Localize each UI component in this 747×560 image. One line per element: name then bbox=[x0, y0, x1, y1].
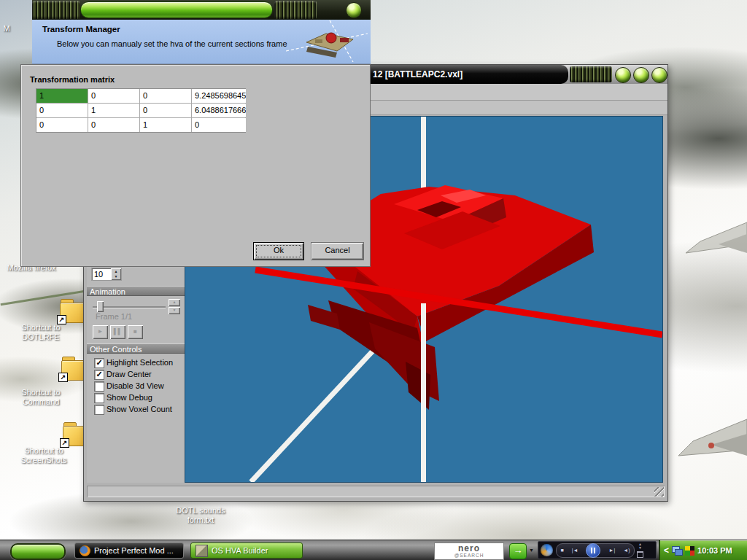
checkbox-draw-center[interactable]: ✓ Draw Center bbox=[94, 370, 185, 380]
color-grid-tray-icon[interactable] bbox=[685, 546, 694, 556]
matrix-cell[interactable]: 0 bbox=[36, 104, 88, 117]
desktop-icon-screenshots-label[interactable]: Shortcut to ScreenShots bbox=[7, 446, 80, 465]
desktop-icon-command-label[interactable]: Shortcut to Command bbox=[6, 388, 76, 407]
checkbox-icon[interactable] bbox=[94, 381, 104, 392]
matrix-label: Transformation matrix bbox=[30, 75, 115, 84]
tank-preview-image bbox=[286, 20, 368, 62]
media-stop-button[interactable]: ■ bbox=[561, 545, 564, 556]
desktop: M Mozilla firefox ↗ Shortcut to DOTLRFE … bbox=[0, 0, 747, 560]
matrix-cell[interactable]: 1 bbox=[88, 104, 139, 117]
axis-vertical-white-bottom bbox=[421, 303, 426, 482]
matrix-cell[interactable]: 0 bbox=[88, 89, 139, 103]
titlebar-stripes bbox=[274, 1, 317, 19]
hva-builder-icon bbox=[196, 545, 208, 557]
matrix-cell[interactable]: 0 bbox=[140, 104, 191, 117]
titlebar-stripes bbox=[32, 1, 80, 19]
wallpaper-jet-bottom bbox=[667, 405, 747, 478]
status-bar bbox=[87, 486, 665, 497]
ok-button[interactable]: Ok bbox=[253, 242, 304, 260]
start-button[interactable] bbox=[10, 543, 66, 560]
desktop-icon-dotlrfe-label[interactable]: Shortcut to DOTLRFE bbox=[6, 323, 76, 342]
media-controls: ■ |◄ ►| ◄) bbox=[556, 543, 635, 558]
animation-section-header: Animation bbox=[87, 286, 185, 296]
close-button[interactable] bbox=[651, 67, 667, 83]
dialog-body: Transformation matrix 1 0 0 9.2485698645… bbox=[20, 64, 371, 267]
matrix-cell[interactable]: 1 bbox=[36, 89, 88, 103]
close-button[interactable] bbox=[346, 2, 362, 18]
spin-down-icon[interactable]: ▼ bbox=[115, 274, 118, 279]
matrix-cell[interactable]: 9.2485698645 bbox=[192, 89, 246, 103]
matrix-cell[interactable]: 0 bbox=[88, 118, 139, 132]
toolbar-down-icon[interactable]: ▼ bbox=[638, 546, 642, 550]
frame-down-button[interactable]: ▼ bbox=[169, 307, 180, 314]
checkbox-highlight-selection[interactable]: ✓ Highlight Selection bbox=[94, 358, 185, 368]
matrix-cell[interactable]: 0 bbox=[36, 118, 88, 132]
checkbox-show-voxel-count[interactable]: Show Voxel Count bbox=[94, 405, 185, 415]
matrix-cell[interactable]: 1 bbox=[140, 118, 191, 132]
frame-slider-track[interactable] bbox=[93, 306, 166, 308]
wallpaper-jet-top bbox=[678, 215, 747, 273]
maximize-button[interactable] bbox=[633, 67, 649, 83]
shortcut-arrow-icon: ↗ bbox=[58, 373, 68, 382]
play-button[interactable]: ► bbox=[93, 325, 108, 339]
pause-button[interactable]: ▌▌ bbox=[110, 325, 125, 339]
matrix-cell[interactable]: 6.0488617666 bbox=[192, 104, 246, 117]
minimize-button[interactable] bbox=[615, 67, 631, 83]
checkbox-disable-3d-view[interactable]: Disable 3d View bbox=[94, 381, 185, 392]
other-controls-section-header: Other Controls bbox=[87, 343, 185, 354]
checkbox-icon[interactable] bbox=[94, 393, 104, 403]
desktop-icon-dotlrfe[interactable]: ↗ bbox=[60, 303, 86, 322]
taskbar-task-project-perfect-mod[interactable]: Project Perfect Mod ... bbox=[74, 542, 184, 559]
dialog-titlebar[interactable] bbox=[32, 0, 371, 20]
titlebar-stripes bbox=[570, 66, 612, 82]
matrix-cell[interactable]: 0 bbox=[192, 118, 246, 132]
transformation-matrix-grid: 1 0 0 9.2485698645 0 1 0 6.0488617666 0 … bbox=[36, 88, 246, 133]
taskbar: Project Perfect Mod ... OS HVA Builder n… bbox=[0, 540, 747, 560]
spinner-value: 10 bbox=[94, 270, 103, 279]
scale-spinner[interactable]: 10 ▲ ▼ bbox=[91, 268, 122, 281]
cancel-button[interactable]: Cancel bbox=[311, 242, 364, 260]
system-tray: < 10:03 PM bbox=[659, 540, 747, 560]
dialog-header: Transform Manager Below you can manualy … bbox=[32, 20, 371, 64]
checkbox-icon[interactable]: ✓ bbox=[94, 370, 104, 380]
restore-window-icon[interactable] bbox=[637, 551, 643, 558]
dialog-title: Transform Manager bbox=[42, 25, 120, 34]
resize-grip-icon[interactable] bbox=[654, 487, 664, 497]
frame-slider-thumb[interactable] bbox=[97, 301, 104, 312]
media-toolbar-controls: ▲ ▼ bbox=[637, 542, 643, 558]
search-dropdown-icon[interactable]: ▼ bbox=[529, 548, 534, 553]
taskbar-task-os-hva-builder[interactable]: OS HVA Builder bbox=[190, 542, 303, 559]
titlebar-pill bbox=[80, 1, 273, 18]
network-tray-icon[interactable] bbox=[672, 546, 682, 555]
checkbox-icon[interactable] bbox=[94, 405, 104, 415]
frame-up-button[interactable]: ▲ bbox=[169, 299, 180, 306]
taskbar-clock: 10:03 PM bbox=[697, 546, 732, 555]
matrix-cell[interactable]: 0 bbox=[140, 89, 191, 103]
search-go-button[interactable]: → bbox=[509, 543, 527, 559]
partial-icon-label: M bbox=[1, 24, 12, 34]
media-player-toolbar: ■ |◄ ►| ◄) ▲ ▼ bbox=[538, 541, 657, 559]
stop-button[interactable]: ■ bbox=[128, 325, 143, 339]
spin-up-icon[interactable]: ▲ bbox=[115, 269, 118, 274]
dialog-subtitle: Below you can manualy set the hva of the… bbox=[57, 39, 287, 48]
media-previous-button[interactable]: |◄ bbox=[572, 545, 578, 556]
media-next-button[interactable]: ►| bbox=[608, 545, 615, 556]
checkbox-show-debug[interactable]: Show Debug bbox=[94, 393, 185, 403]
desktop-icon-dotl-sounds-label[interactable]: DOTL sounds form.txt bbox=[157, 506, 244, 525]
checkbox-icon[interactable]: ✓ bbox=[94, 358, 104, 368]
transform-manager-dialog: Transform Manager Below you can manualy … bbox=[20, 0, 371, 267]
nero-search-input[interactable]: nero @SEARCH bbox=[434, 542, 504, 560]
spinner-arrows[interactable]: ▲ ▼ bbox=[111, 268, 121, 280]
nero-logo: nero bbox=[435, 545, 503, 553]
media-pause-button[interactable] bbox=[586, 543, 600, 558]
frame-counter: Frame 1/1 bbox=[96, 312, 132, 321]
firefox-icon bbox=[80, 545, 90, 556]
tray-expand-chevron[interactable]: < bbox=[664, 545, 669, 556]
media-player-logo-icon bbox=[541, 544, 553, 556]
media-volume-button[interactable]: ◄) bbox=[623, 545, 630, 556]
